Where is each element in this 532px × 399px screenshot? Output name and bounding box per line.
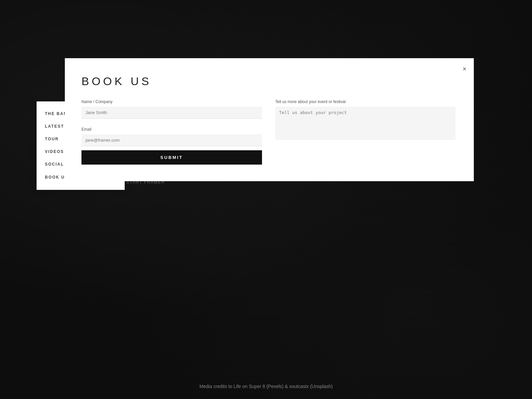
email-field-group: Email SUBMIT <box>81 127 262 165</box>
modal-close-button[interactable]: × <box>463 66 466 72</box>
event-label: Tell us more about your event or festiva… <box>275 99 456 104</box>
name-input[interactable] <box>81 107 262 119</box>
modal-title: BOOK US <box>81 75 456 88</box>
name-label: Name / Company <box>81 99 262 104</box>
book-us-modal: × BOOK US Name / Company Tell us more ab… <box>65 58 474 181</box>
event-field-group: Tell us more about your event or festiva… <box>275 99 456 165</box>
dropdown-label-videos: VIDEOS <box>45 149 64 154</box>
email-input[interactable] <box>81 134 262 146</box>
dropdown-label-tour: TOUR <box>45 137 59 141</box>
booking-form: Name / Company Tell us more about your e… <box>81 99 456 165</box>
submit-button[interactable]: SUBMIT <box>81 150 262 165</box>
name-field-group: Name / Company <box>81 99 262 119</box>
event-textarea[interactable] <box>275 107 456 140</box>
footer-credit: Media credits to Life on Super 8 (Pexels… <box>200 384 333 389</box>
email-label: Email <box>81 127 262 132</box>
